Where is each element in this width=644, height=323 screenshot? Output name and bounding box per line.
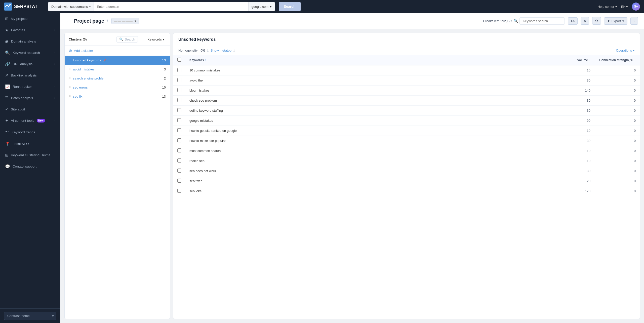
sidebar-item-local-seo[interactable]: 📍 Local SEO (0, 138, 60, 149)
cell-keyword-10: seo does not work (185, 166, 564, 176)
row-checkbox-3[interactable] (177, 98, 181, 102)
row-checkbox-7[interactable] (177, 138, 181, 142)
domain-input[interactable] (94, 2, 248, 11)
domain-type-chevron: ▾ (89, 5, 91, 8)
contrast-theme-select[interactable]: Contrast themeDefault themeDark theme (4, 312, 56, 320)
search-button[interactable]: Search (279, 2, 301, 11)
cluster-search-icon: 🔍 (119, 37, 123, 41)
export-chevron-icon: ▾ (622, 19, 624, 23)
sidebar-item-ai-content-tools[interactable]: ✦ AI content tools New › (0, 115, 60, 126)
language-selector[interactable]: EN ▾ (621, 5, 628, 9)
export-button[interactable]: ⬆ Export ▾ (604, 17, 628, 25)
cell-check-8 (173, 146, 185, 156)
project-info-icon[interactable]: ℹ (107, 19, 108, 23)
cluster-left-search-engine-problem: ⠿ search engine problem (65, 74, 142, 83)
cell-volume-4: 30 (564, 106, 594, 116)
domain-type-selector[interactable]: Domain with subdomains ▾ (48, 2, 94, 11)
avatar[interactable]: S+ (632, 3, 640, 11)
operations-button[interactable]: Operations ▾ (616, 49, 635, 52)
sidebar-label-ai-content-tools: AI content tools (11, 119, 34, 123)
cluster-row-unsorted[interactable]: ⠿ Unsorted keywords 📌 13 (65, 56, 170, 65)
cluster-row-seo-errors[interactable]: ⠿ seo errors 10 (65, 83, 170, 92)
cell-keyword-11: seo fixer (185, 176, 564, 186)
row-checkbox-1[interactable] (177, 78, 181, 82)
sidebar-item-batch-analysis[interactable]: ☰ Batch analysis › (0, 92, 60, 104)
engine-selector[interactable]: google.com ▾ (248, 2, 275, 11)
refresh-button[interactable]: ↻ (581, 17, 589, 25)
cell-volume-5: 90 (564, 116, 594, 126)
cell-volume-7: 30 (564, 136, 594, 146)
cell-check-9 (173, 156, 185, 166)
row-checkbox-2[interactable] (177, 88, 181, 92)
cell-keyword-2: blog mistakes (185, 86, 564, 96)
help-question-button[interactable]: ? (630, 17, 638, 25)
sidebar-item-keyword-clustering[interactable]: ⊞ Keyword clustering, Text a... (0, 149, 60, 161)
sidebar-item-my-projects[interactable]: ⊞ My projects (0, 13, 60, 24)
sidebar-item-contact-support[interactable]: 💬 Contact support (0, 161, 60, 172)
cell-connection-1: 0 (594, 75, 640, 86)
sidebar-label-my-projects: My projects (11, 17, 28, 21)
cell-volume-1: 30 (564, 75, 594, 86)
row-checkbox-10[interactable] (177, 169, 181, 173)
col-header-keywords[interactable]: Keywords ↑ (185, 55, 564, 65)
row-checkbox-6[interactable] (177, 128, 181, 132)
sidebar-label-keyword-research: Keyword research (13, 51, 40, 55)
cluster-count-seo-fix: 13 (142, 92, 170, 101)
table-row: seo joke 170 0 (173, 186, 640, 196)
sidebar-label-local-seo: Local SEO (13, 142, 29, 146)
ta-button[interactable]: TA (568, 17, 577, 25)
sidebar-item-site-audit[interactable]: ✓ Site audit › (0, 104, 60, 115)
cell-connection-0: 0 (594, 65, 640, 75)
keywords-col-header[interactable]: Keywords ▾ (147, 37, 165, 41)
clusters-sort-icon[interactable]: ↑ (88, 38, 90, 41)
row-checkbox-12[interactable] (177, 189, 181, 193)
sidebar-item-keyword-trends[interactable]: 〜 Keyword trends (0, 126, 60, 138)
right-panel-meta: Homogeneity: 0% ℹ Show metatop ℹ Operati… (173, 46, 640, 55)
cluster-row-seo-fix[interactable]: ⠿ seo fix 13 (65, 92, 170, 101)
table-row: check seo problem 30 0 (173, 96, 640, 106)
cell-check-1 (173, 75, 185, 86)
back-button[interactable]: ← (66, 18, 71, 24)
sidebar-item-rank-tracker[interactable]: 📈 Rank tracker › (0, 81, 60, 92)
col-header-connection[interactable]: Connection strength, % ↓ (594, 55, 640, 65)
cluster-left-unsorted: ⠿ Unsorted keywords 📌 (65, 56, 142, 65)
cell-keyword-7: how to make site popular (185, 136, 564, 146)
cluster-name-search-engine-problem: search engine problem (73, 76, 106, 80)
homogeneity-info-icon[interactable]: ℹ (207, 49, 209, 52)
keywords-search-input[interactable] (519, 17, 565, 25)
header-checkbox[interactable] (177, 58, 181, 62)
logo[interactable]: SERPSTAT (4, 3, 44, 11)
add-cluster-row[interactable]: ⊕ Add a cluster (65, 46, 170, 56)
settings-button[interactable]: ⚙ (592, 17, 601, 25)
table-row: how to make site popular 30 0 (173, 136, 640, 146)
cell-keyword-6: how to get site ranked on google (185, 126, 564, 136)
row-checkbox-0[interactable] (177, 68, 181, 72)
help-center-button[interactable]: Help center ▾ (597, 5, 617, 9)
sidebar-label-batch-analysis: Batch analysis (11, 96, 33, 100)
cluster-row-search-engine-problem[interactable]: ⠿ search engine problem 2 (65, 74, 170, 83)
drag-handle-seo-errors: ⠿ (69, 86, 71, 89)
row-checkbox-8[interactable] (177, 148, 181, 152)
col-header-volume[interactable]: Volume ↓ (564, 55, 594, 65)
local-seo-icon: 📍 (5, 141, 10, 146)
row-checkbox-5[interactable] (177, 118, 181, 122)
sidebar-item-favorites[interactable]: ★ Favorites › (0, 24, 60, 36)
cluster-search[interactable]: 🔍 Search (116, 36, 138, 43)
project-name-pill[interactable]: ▬▬▬▬▬ ▾ (111, 18, 139, 24)
sidebar-item-domain-analysis[interactable]: ◉ Domain analysis › (0, 36, 60, 47)
sidebar-item-backlink-analysis[interactable]: ↗ Backlink analysis › (0, 70, 60, 81)
cluster-row-avoid-mistakes[interactable]: ⠿ avoid mistakes 3 (65, 65, 170, 74)
sidebar-label-keyword-trends: Keyword trends (12, 130, 35, 134)
show-metatop-button[interactable]: Show metatop (211, 49, 231, 52)
sidebar-item-keyword-research[interactable]: 🔍 Keyword research › (0, 47, 60, 58)
batch-analysis-icon: ☰ (5, 96, 9, 100)
sidebar-item-url-analysis[interactable]: 🔗 URL analysis › (0, 58, 60, 70)
cell-connection-2: 0 (594, 86, 640, 96)
domain-selector: Domain with subdomains ▾ google.com ▾ (48, 2, 275, 11)
cluster-name-unsorted: Unsorted keywords (73, 58, 101, 62)
row-checkbox-4[interactable] (177, 108, 181, 112)
credits-search-icon: 🔍 (514, 19, 518, 23)
row-checkbox-11[interactable] (177, 179, 181, 183)
row-checkbox-9[interactable] (177, 158, 181, 163)
metatop-info-icon[interactable]: ℹ (233, 49, 235, 52)
